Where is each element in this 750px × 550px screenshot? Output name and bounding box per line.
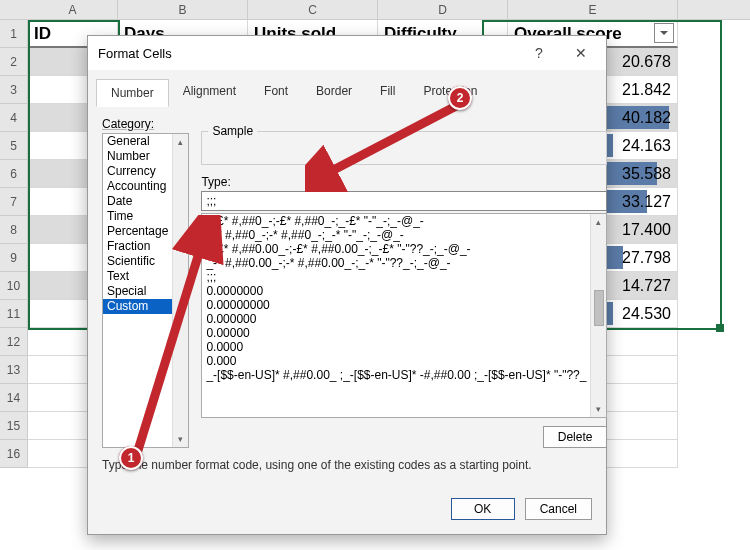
tab-border[interactable]: Border xyxy=(302,78,366,106)
col-header-D[interactable]: D xyxy=(378,0,508,19)
tab-number[interactable]: Number xyxy=(96,79,169,107)
category-item[interactable]: Fraction xyxy=(103,239,172,254)
scroll-down-icon[interactable]: ▾ xyxy=(591,401,606,417)
row-header[interactable]: 5 xyxy=(0,132,28,160)
ok-button[interactable]: OK xyxy=(451,498,515,520)
row-header[interactable]: 15 xyxy=(0,412,28,440)
col-header-A[interactable]: A xyxy=(28,0,118,19)
category-item[interactable]: General xyxy=(103,134,172,149)
format-item[interactable]: _-£* #,##0.00_-;-£* #,##0.00_-;_-£* "-"?… xyxy=(202,242,590,256)
col-header-B[interactable]: B xyxy=(118,0,248,19)
row-header[interactable]: 13 xyxy=(0,356,28,384)
select-all-corner[interactable] xyxy=(0,0,28,19)
row-header[interactable]: 14 xyxy=(0,384,28,412)
filter-dropdown-icon[interactable] xyxy=(654,23,674,43)
category-label: Category: xyxy=(102,117,189,131)
dialog-title: Format Cells xyxy=(98,46,518,61)
scroll-up-icon[interactable]: ▴ xyxy=(173,134,188,150)
sample-groupbox: Sample xyxy=(201,131,607,165)
format-item[interactable]: _-* #,##0_-;-* #,##0_-;_-* "-"_-;_-@_- xyxy=(202,228,590,242)
format-item[interactable]: 0.0000 xyxy=(202,340,590,354)
category-item[interactable]: Accounting xyxy=(103,179,172,194)
format-item[interactable]: _-£* #,##0_-;-£* #,##0_-;_-£* "-"_-;_-@_… xyxy=(202,214,590,228)
category-item[interactable]: Percentage xyxy=(103,224,172,239)
row-header[interactable]: 4 xyxy=(0,104,28,132)
category-item[interactable]: Time xyxy=(103,209,172,224)
annotation-badge-2: 2 xyxy=(448,86,472,110)
row-header[interactable]: 6 xyxy=(0,160,28,188)
type-label: Type: xyxy=(201,175,607,189)
format-item[interactable]: 0.00000000 xyxy=(202,298,590,312)
category-scrollbar[interactable]: ▴ ▾ xyxy=(172,134,188,447)
annotation-badge-1: 1 xyxy=(119,446,143,470)
row-header[interactable]: 1 xyxy=(0,20,28,48)
format-cells-dialog: Format Cells ? ✕ NumberAlignmentFontBord… xyxy=(87,35,607,535)
dialog-tabs: NumberAlignmentFontBorderFillProtection xyxy=(88,70,606,107)
row-header[interactable]: 8 xyxy=(0,216,28,244)
col-header-E[interactable]: E xyxy=(508,0,678,19)
cancel-button[interactable]: Cancel xyxy=(525,498,592,520)
format-item[interactable]: 0.00000 xyxy=(202,326,590,340)
scrollbar-thumb[interactable] xyxy=(594,290,604,326)
category-item[interactable]: Custom xyxy=(103,299,172,314)
row-header[interactable]: 10 xyxy=(0,272,28,300)
dialog-button-row: OK Cancel xyxy=(88,488,606,534)
type-input[interactable] xyxy=(201,191,607,211)
close-button[interactable]: ✕ xyxy=(560,36,602,70)
category-item[interactable]: Currency xyxy=(103,164,172,179)
tab-font[interactable]: Font xyxy=(250,78,302,106)
format-item[interactable]: _-* #,##0.00_-;-* #,##0.00_-;_-* "-"??_-… xyxy=(202,256,590,270)
hint-text: Type the number format code, using one o… xyxy=(102,458,592,472)
format-item[interactable]: 0.000000 xyxy=(202,312,590,326)
row-header[interactable]: 16 xyxy=(0,440,28,468)
scroll-up-icon[interactable]: ▴ xyxy=(591,214,606,230)
category-item[interactable]: Special xyxy=(103,284,172,299)
row-header[interactable]: 12 xyxy=(0,328,28,356)
format-listbox[interactable]: _-£* #,##0_-;-£* #,##0_-;_-£* "-"_-;_-@_… xyxy=(201,213,607,418)
row-header[interactable]: 2 xyxy=(0,48,28,76)
format-item[interactable]: _-[$$-en-US]* #,##0.00_ ;_-[$$-en-US]* -… xyxy=(202,368,590,382)
help-button[interactable]: ? xyxy=(518,36,560,70)
row-header[interactable]: 11 xyxy=(0,300,28,328)
format-scrollbar[interactable]: ▴ ▾ xyxy=(590,214,606,417)
category-item[interactable]: Text xyxy=(103,269,172,284)
category-item[interactable]: Number xyxy=(103,149,172,164)
scroll-down-icon[interactable]: ▾ xyxy=(173,431,188,447)
format-item[interactable]: 0.000 xyxy=(202,354,590,368)
delete-button[interactable]: Delete xyxy=(543,426,608,448)
category-listbox[interactable]: GeneralNumberCurrencyAccountingDateTimeP… xyxy=(102,133,189,448)
format-item[interactable]: ;;; xyxy=(202,270,590,284)
tab-alignment[interactable]: Alignment xyxy=(169,78,250,106)
col-header-C[interactable]: C xyxy=(248,0,378,19)
format-item[interactable]: 0.0000000 xyxy=(202,284,590,298)
dialog-titlebar: Format Cells ? ✕ xyxy=(88,36,606,70)
sample-label: Sample xyxy=(208,124,257,138)
row-header[interactable]: 9 xyxy=(0,244,28,272)
column-header-row: A B C D E xyxy=(0,0,750,20)
row-header[interactable]: 3 xyxy=(0,76,28,104)
row-header[interactable]: 7 xyxy=(0,188,28,216)
category-item[interactable]: Date xyxy=(103,194,172,209)
tab-fill[interactable]: Fill xyxy=(366,78,409,106)
category-item[interactable]: Scientific xyxy=(103,254,172,269)
